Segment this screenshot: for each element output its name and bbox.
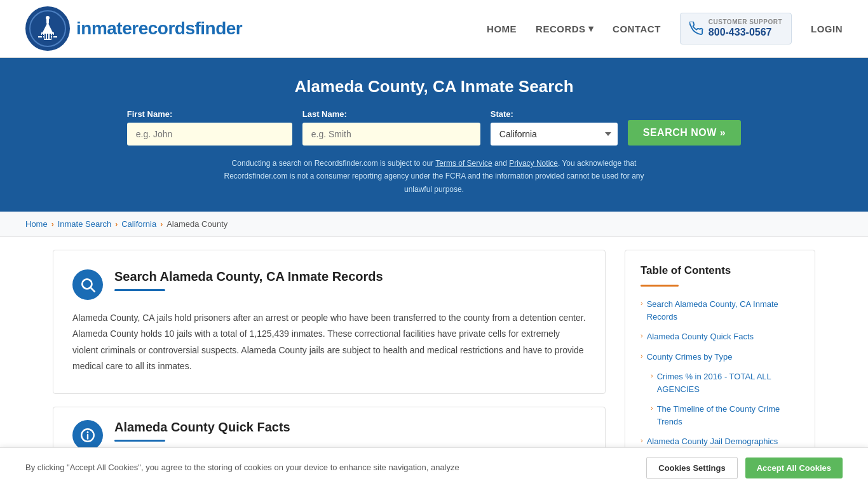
- toc-item-4[interactable]: › Crimes % in 2016 - TOTAL ALL AGENCIES: [641, 370, 799, 395]
- breadcrumb: Home › Inmate Search › California › Alam…: [0, 212, 868, 237]
- section1-title-area: Search Alameda County, CA Inmate Records: [114, 269, 383, 291]
- nav-home[interactable]: HOME: [487, 24, 517, 34]
- sidebar: Table of Contents › Search Alameda Count…: [625, 250, 815, 470]
- logo-area: inmaterecordsfinder: [25, 6, 242, 51]
- toc-chevron-3: ›: [641, 352, 643, 360]
- support-box[interactable]: CUSTOMER SUPPORT 800-433-0567: [680, 13, 792, 44]
- support-number: 800-433-0567: [709, 26, 782, 38]
- hero-title: Alameda County, CA Inmate Search: [25, 77, 843, 97]
- toc-item-2[interactable]: › Alameda County Quick Facts: [641, 330, 799, 343]
- toc-chevron-6: ›: [641, 437, 643, 444]
- search-card-icon: [72, 269, 103, 300]
- toc-link-6[interactable]: Alameda County Jail Demographics: [647, 435, 778, 448]
- logo-icon: [25, 6, 70, 51]
- toc-link-1[interactable]: Search Alameda County, CA Inmate Records: [647, 298, 799, 323]
- nav-contact[interactable]: CONTACT: [613, 24, 661, 34]
- toc-link-5[interactable]: The Timeline of the County Crime Trends: [657, 403, 799, 428]
- section1-header: Search Alameda County, CA Inmate Records: [72, 269, 586, 300]
- svg-rect-11: [52, 34, 53, 39]
- breadcrumb-current: Alameda County: [166, 219, 227, 229]
- state-select[interactable]: California Alabama Alaska Arizona Arkans…: [491, 123, 618, 146]
- support-label: CUSTOMER SUPPORT: [709, 18, 782, 26]
- main-content: Search Alameda County, CA Inmate Records…: [27, 250, 841, 471]
- breadcrumb-sep-3: ›: [160, 220, 163, 229]
- lastname-input[interactable]: [302, 123, 480, 146]
- terms-link[interactable]: Terms of Service: [435, 159, 492, 168]
- breadcrumb-sep-1: ›: [51, 220, 54, 229]
- cookie-banner: By clicking "Accept All Cookies", you ag…: [0, 447, 868, 484]
- toc-link-4[interactable]: Crimes % in 2016 - TOTAL ALL AGENCIES: [657, 370, 799, 395]
- section1-body: Alameda County, CA jails hold prisoners …: [72, 310, 586, 374]
- svg-point-16: [87, 431, 89, 433]
- toc-chevron-1: ›: [641, 299, 643, 307]
- article: Search Alameda County, CA Inmate Records…: [53, 250, 606, 471]
- toc-link-2[interactable]: Alameda County Quick Facts: [647, 330, 754, 343]
- section2-underline: [114, 440, 165, 442]
- firstname-input[interactable]: [127, 123, 292, 146]
- firstname-label: First Name:: [127, 109, 173, 119]
- disclaimer-text: Conducting a search on Recordsfinder.com…: [218, 157, 650, 196]
- section1-underline: [114, 289, 165, 291]
- phone-icon: [689, 22, 703, 36]
- svg-line-13: [91, 288, 95, 292]
- site-header: inmaterecordsfinder HOME RECORDS ▾ CONTA…: [0, 0, 868, 58]
- toc-item-5[interactable]: › The Timeline of the County Crime Trend…: [641, 403, 799, 428]
- cookie-settings-button[interactable]: Cookies Settings: [646, 457, 737, 479]
- section2-header: Alameda County Quick Facts: [72, 420, 586, 451]
- cookie-accept-button[interactable]: Accept All Cookies: [745, 458, 843, 478]
- section1-title: Search Alameda County, CA Inmate Records: [114, 269, 383, 284]
- toc-card: Table of Contents › Search Alameda Count…: [625, 250, 815, 470]
- toc-underline: [641, 285, 679, 287]
- search-form: First Name: Last Name: State: California…: [25, 109, 843, 146]
- toc-item-6[interactable]: › Alameda County Jail Demographics: [641, 435, 799, 448]
- nav-records[interactable]: RECORDS ▾: [536, 23, 593, 34]
- privacy-link[interactable]: Privacy Notice: [509, 159, 558, 168]
- toc-chevron-5: ›: [651, 404, 653, 412]
- logo-text: inmaterecordsfinder: [76, 18, 242, 39]
- nav-login[interactable]: LOGIN: [811, 24, 843, 34]
- magnifier-icon: [79, 276, 96, 293]
- records-chevron-icon: ▾: [588, 23, 594, 34]
- info-icon: [79, 427, 96, 444]
- firstname-group: First Name:: [127, 109, 292, 146]
- toc-item-3[interactable]: › County Crimes by Type: [641, 351, 799, 363]
- svg-point-5: [46, 16, 50, 20]
- breadcrumb-inmate-search[interactable]: Inmate Search: [58, 219, 112, 229]
- state-label: State:: [491, 109, 513, 119]
- section1-card: Search Alameda County, CA Inmate Records…: [53, 250, 606, 394]
- cookie-buttons: Cookies Settings Accept All Cookies: [646, 457, 843, 479]
- svg-rect-7: [42, 34, 43, 39]
- breadcrumb-california[interactable]: California: [121, 219, 156, 229]
- cookie-text: By clicking "Accept All Cookies", you ag…: [25, 461, 459, 475]
- breadcrumb-home[interactable]: Home: [25, 219, 48, 229]
- section2-title-area: Alameda County Quick Facts: [114, 420, 290, 442]
- search-button[interactable]: SEARCH NOW »: [628, 120, 741, 146]
- svg-rect-9: [47, 34, 48, 39]
- toc-link-3[interactable]: County Crimes by Type: [647, 351, 733, 363]
- svg-rect-10: [50, 34, 51, 39]
- breadcrumb-sep-2: ›: [115, 220, 118, 229]
- toc-item-1[interactable]: › Search Alameda County, CA Inmate Recor…: [641, 298, 799, 323]
- section2-icon: [72, 420, 103, 451]
- lastname-group: Last Name:: [302, 109, 480, 146]
- support-text: CUSTOMER SUPPORT 800-433-0567: [709, 18, 782, 38]
- main-nav: HOME RECORDS ▾ CONTACT CUSTOMER SUPPORT …: [487, 13, 843, 44]
- svg-rect-8: [44, 34, 46, 39]
- hero-section: Alameda County, CA Inmate Search First N…: [0, 58, 868, 212]
- toc-chevron-2: ›: [641, 332, 643, 339]
- lastname-label: Last Name:: [302, 109, 347, 119]
- section2-title: Alameda County Quick Facts: [114, 420, 290, 435]
- toc-title: Table of Contents: [641, 264, 799, 277]
- toc-chevron-4: ›: [651, 372, 653, 379]
- state-group: State: California Alabama Alaska Arizona…: [491, 109, 618, 146]
